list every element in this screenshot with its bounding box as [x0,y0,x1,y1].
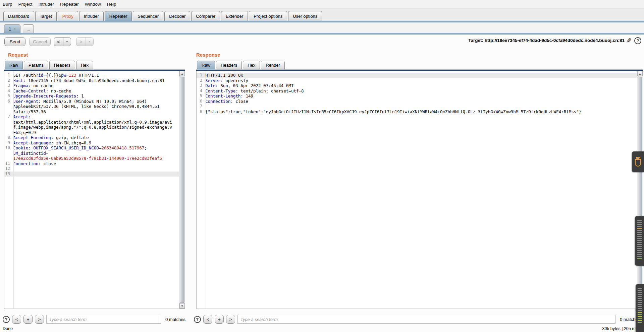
send-button[interactable]: Send [4,37,25,46]
status-text: Done [3,326,13,331]
code-line: 1HTTP/1.1 200 OK [197,73,637,78]
response-search-bar: ? < + > 0 matches [194,314,641,324]
response-tab-hex[interactable]: Hex [243,61,260,69]
request-tab-params[interactable]: Params [24,61,48,69]
chevron-down-icon[interactable]: ▼ [86,38,93,46]
response-tab-raw[interactable]: Raw [197,61,215,69]
search-next-button[interactable]: > [226,315,235,324]
gutter-separator [13,71,14,309]
tab-decoder[interactable]: Decoder [164,11,190,21]
code-line: 3Date: Sun, 03 Apr 2022 07:45:44 GMT [197,83,637,88]
scroll-up-icon[interactable]: ▲ [179,71,185,76]
tab-sequencer[interactable]: Sequencer [133,11,163,21]
code-line: 9Accept-Language: zh-CN,zh;q=0.9 [4,140,179,146]
request-scrollbar[interactable]: ▲ ▼ [179,71,185,309]
search-prev-button[interactable]: < [12,315,21,324]
cancel-button[interactable]: Cancel [29,37,51,46]
code-line: 6Connection: close [197,99,637,104]
chevron-down-icon[interactable]: ▼ [63,38,71,46]
code-line: 5Upgrade-Insecure-Requests: 1 [4,93,179,99]
request-tab-headers[interactable]: Headers [49,61,75,69]
scrollbar-thumb[interactable] [180,77,184,303]
scroll-minimap-widget[interactable] [635,216,644,266]
code-line: AppleWebKit/537.36 (KHTML, like Gecko) C… [4,104,179,109]
gutter-separator [206,71,206,309]
search-next-button[interactable]: > [35,315,44,324]
tab-target[interactable]: Target [35,11,57,21]
code-line: 2Host: 18ee7345-ef74-4dad-9d5c-0cfa94d0d… [4,78,179,83]
code-line: Safari/537.36 [4,109,179,115]
code-line: 4Content-Type: text/plain; charset=utf-8 [197,88,637,94]
scroll-minimap-widget[interactable] [636,284,644,332]
response-scrollbar[interactable]: ▲ ▼ [637,71,643,309]
request-tab-raw[interactable]: Raw [5,61,23,69]
close-icon[interactable]: × [13,27,15,31]
tab-dashboard[interactable]: Dashboard [3,11,34,21]
history-forward-icon[interactable]: > [76,38,86,46]
search-help-icon[interactable]: ? [3,316,10,323]
scroll-down-icon[interactable]: ▼ [179,303,185,309]
menu-item-repeater[interactable]: Repeater [60,1,82,8]
menu-bar: BurpProjectIntruderRepeaterWindowHelp [0,0,644,8]
code-line: 1GET /auth?id={{.}}&pw=123 HTTP/1.1 [4,73,179,78]
tab-intruder[interactable]: Intruder [79,11,104,21]
response-panel: RawHeadersHexRender 1HTTP/1.1 200 OK2Ser… [196,60,643,309]
repeater-tab-new[interactable]: ... [23,24,34,33]
code-line: 17ee2cd83fda5e-0ab95a53d98578-f791b31-14… [4,156,179,161]
help-icon[interactable]: ? [634,37,641,44]
history-back-split-button[interactable]: < ▼ [54,37,71,46]
code-line: UM_distinctid= [4,151,179,156]
tab-project-options[interactable]: Project options [249,11,287,21]
tab-extender[interactable]: Extender [221,11,248,21]
code-line: text/html,application/xhtml+xml,applicat… [4,120,179,125]
toolbar: Send Cancel < ▼ > ▼ Target: http://18ee7… [0,33,644,51]
main-tab-bar: DashboardTargetProxyIntruderRepeaterSequ… [0,8,644,21]
tab-user-options[interactable]: User options [288,11,322,21]
menu-item-window[interactable]: Window [85,1,104,8]
repeater-tab-new-label: ... [26,26,30,31]
response-tab-headers[interactable]: Headers [216,61,242,69]
request-panel: RawParamsHeadersHex 1GET /auth?id={{.}}&… [4,60,185,309]
search-prev-button[interactable]: < [203,315,212,324]
response-editor-tabs: RawHeadersHexRender [196,60,643,69]
menu-item-intruder[interactable]: Intruder [39,1,58,8]
menu-item-burp[interactable]: Burp [3,1,16,8]
response-editor[interactable]: 1HTTP/1.1 200 OK2Server: openresty3Date:… [196,71,643,309]
code-line: 11Connection: close [4,161,179,167]
menu-item-help[interactable]: Help [107,1,120,8]
code-line: f,image/webp,image/apng,*/*;q=0.8,applic… [4,125,179,130]
request-search-bar: ? < + > 0 matches [3,314,186,324]
tab-proxy[interactable]: Proxy [58,11,78,21]
request-search-input[interactable] [46,315,161,324]
code-line: 13 [4,172,179,177]
request-editor-tabs: RawParamsHeadersHex [4,60,185,69]
history-forward-split-button[interactable]: > ▼ [76,37,94,46]
code-line: =b3;q=0.9 [4,130,179,135]
code-line: 2Server: openresty [197,78,637,83]
code-line: 4Cache-Control: no-cache [4,88,179,94]
search-add-button[interactable]: + [23,315,33,324]
scroll-up-icon[interactable]: ▲ [637,71,643,76]
browser-extension-widget[interactable] [632,151,644,172]
code-line: 7 [197,104,637,109]
code-line: 7Accept: [4,114,179,120]
tab-repeater[interactable]: Repeater [105,11,132,21]
request-tab-hex[interactable]: Hex [76,61,93,69]
code-line: 10Cookie: OUTFOX_SEARCH_USER_ID_NCOO=206… [4,145,179,151]
code-line: 5Content-Length: 149 [197,93,637,99]
search-help-icon[interactable]: ? [194,316,201,323]
request-editor[interactable]: 1GET /auth?id={{.}}&pw=123 HTTP/1.12Host… [4,71,185,309]
repeater-tab-1-label: 1 [9,26,11,31]
scrollbar-thumb[interactable] [638,77,642,303]
menu-item-project[interactable]: Project [18,1,36,8]
history-back-icon[interactable]: < [54,38,63,46]
search-add-button[interactable]: + [215,315,224,324]
repeater-tab-1[interactable]: 1 × [4,24,20,33]
request-title: Request [8,52,28,58]
edit-target-icon[interactable]: ✎ [626,37,632,45]
tab-comparer[interactable]: Comparer [191,11,220,21]
response-tab-render[interactable]: Render [261,61,285,69]
request-match-count: 0 matches [163,317,186,322]
response-search-input[interactable] [237,315,615,324]
target-url: Target: http://18ee7345-ef74-4dad-9d5c-0… [468,38,625,43]
